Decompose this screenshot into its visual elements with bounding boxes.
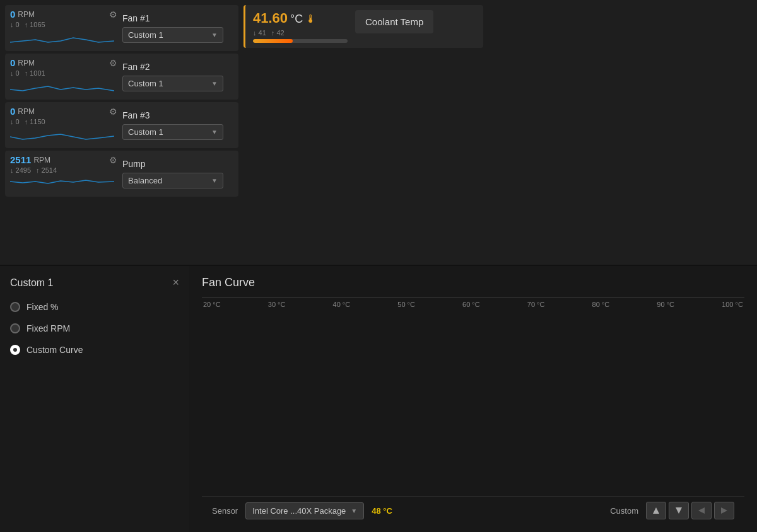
temp-chart-bar xyxy=(253,39,348,43)
fans-column: 0 RPM ⚙ ↓ 0 ↑ 1065 Fan #1 Custom 1 xyxy=(5,5,238,260)
sidebar-title-bar: Custom 1 × xyxy=(10,276,179,289)
fan2-chart xyxy=(10,77,114,96)
svg-marker-27 xyxy=(721,507,727,514)
sensor-label: Sensor xyxy=(212,506,238,516)
fan3-rpm-label: RPM xyxy=(18,107,35,116)
pump-minmax: ↓ 2495 ↑ 2514 xyxy=(10,166,117,174)
chart-area: Fan Curve xyxy=(189,266,757,532)
sidebar: Custom 1 × Fixed % Fixed RPM Custom Curv… xyxy=(0,266,189,532)
x-label-90: 90 °C xyxy=(657,301,674,308)
coolant-label: Coolant Temp xyxy=(355,10,433,33)
fan2-control: Fan #2 Custom 1 ▼ xyxy=(122,62,233,91)
fan3-rpm-section: 0 RPM ⚙ ↓ 0 ↑ 1150 xyxy=(10,106,117,144)
pump-card: 2511 RPM ⚙ ↓ 2495 ↑ 2514 Pump Balanced xyxy=(5,151,238,197)
x-label-70: 70 °C xyxy=(527,301,545,308)
pump-gear-icon[interactable]: ⚙ xyxy=(109,155,117,165)
fan3-dropdown[interactable]: Custom 1 ▼ xyxy=(122,124,223,140)
fan3-name: Fan #3 xyxy=(122,110,233,120)
fan3-min: ↓ 0 xyxy=(10,118,20,125)
radio-fixed-pct xyxy=(10,302,20,312)
fan2-name: Fan #2 xyxy=(122,62,233,72)
toolbar-btn-1[interactable] xyxy=(646,502,666,519)
fan1-name: Fan #1 xyxy=(122,13,233,23)
pump-chart xyxy=(10,174,114,193)
fan2-min: ↓ 0 xyxy=(10,69,20,77)
fan2-dropdown[interactable]: Custom 1 ▼ xyxy=(122,76,223,91)
fan3-chart xyxy=(10,125,114,144)
pump-profile: Balanced xyxy=(128,176,162,185)
pump-rpm-value: 2511 xyxy=(10,154,31,165)
fan2-rpm-section: 0 RPM ⚙ ↓ 0 ↑ 1001 xyxy=(10,57,117,96)
fan1-chart xyxy=(10,28,114,47)
pump-dropdown-arrow: ▼ xyxy=(211,177,218,184)
svg-marker-25 xyxy=(676,507,682,514)
chart-container[interactable] xyxy=(202,297,744,298)
pump-rpm-section: 2511 RPM ⚙ ↓ 2495 ↑ 2514 xyxy=(10,154,117,193)
temp-chart-fill xyxy=(253,39,293,43)
chart-x-labels: 20 °C 30 °C 40 °C 50 °C 60 °C 70 °C 80 °… xyxy=(202,301,744,308)
fan1-dropdown[interactable]: Custom 1 ▼ xyxy=(122,27,223,43)
temp-minmax: ↓ 41 ↑ 42 xyxy=(253,29,348,37)
radio-custom-curve xyxy=(10,345,20,355)
option-fixed-rpm-label: Fixed RPM xyxy=(26,323,70,333)
x-label-100: 100 °C xyxy=(722,301,743,308)
toolbar-btn-2[interactable] xyxy=(669,502,689,519)
fan1-min: ↓ 0 xyxy=(10,21,20,28)
fan1-control: Fan #1 Custom 1 ▼ xyxy=(122,13,233,43)
pump-min: ↓ 2495 xyxy=(10,166,31,174)
bottom-panel: Custom 1 × Fixed % Fixed RPM Custom Curv… xyxy=(0,265,757,532)
sensor-temp: 48 °C xyxy=(372,506,392,516)
sidebar-title-text: Custom 1 xyxy=(10,277,53,289)
svg-marker-26 xyxy=(698,507,705,514)
fan3-control: Fan #3 Custom 1 ▼ xyxy=(122,110,233,140)
custom-label: Custom xyxy=(610,506,638,516)
toolbar-buttons xyxy=(646,502,734,519)
fan2-profile: Custom 1 xyxy=(128,79,163,88)
fan2-rpm-value: 0 xyxy=(10,57,15,68)
option-custom-curve-label: Custom Curve xyxy=(26,345,83,355)
option-fixed-rpm[interactable]: Fixed RPM xyxy=(10,323,179,333)
fan3-minmax: ↓ 0 ↑ 1150 xyxy=(10,118,117,125)
fan2-max: ↑ 1001 xyxy=(25,69,45,77)
sensor-dropdown[interactable]: Intel Core ...40X Package ▼ xyxy=(245,502,364,519)
option-fixed-pct-label: Fixed % xyxy=(26,302,59,312)
toolbar-btn-4[interactable] xyxy=(714,502,734,519)
svg-marker-24 xyxy=(653,507,659,514)
fan1-max: ↑ 1065 xyxy=(25,21,45,28)
toolbar-btn-3[interactable] xyxy=(691,502,712,519)
fan1-card: 0 RPM ⚙ ↓ 0 ↑ 1065 Fan #1 Custom 1 xyxy=(5,5,238,51)
fan3-max: ↑ 1150 xyxy=(25,118,45,125)
fan1-rpm-label: RPM xyxy=(18,10,35,19)
close-button[interactable]: × xyxy=(172,276,179,289)
chart-title: Fan Curve xyxy=(202,276,744,289)
fan1-rpm-section: 0 RPM ⚙ ↓ 0 ↑ 1065 xyxy=(10,9,117,47)
option-fixed-pct[interactable]: Fixed % xyxy=(10,302,179,312)
x-label-30: 30 °C xyxy=(268,301,286,308)
fan2-card: 0 RPM ⚙ ↓ 0 ↑ 1001 Fan #2 Custom 1 xyxy=(5,54,238,100)
temp-value: 41.60 xyxy=(253,10,288,26)
temp-card: 41.60 °C 🌡 ↓ 41 ↑ 42 Coolant Temp xyxy=(244,5,483,48)
temp-section: 41.60 °C 🌡 ↓ 41 ↑ 42 Coolant Temp xyxy=(244,5,483,260)
x-label-80: 80 °C xyxy=(592,301,610,308)
fan3-card: 0 RPM ⚙ ↓ 0 ↑ 1150 Fan #3 Custom 1 xyxy=(5,102,238,148)
fan2-gear-icon[interactable]: ⚙ xyxy=(109,58,117,68)
sensor-name: Intel Core ...40X Package xyxy=(252,506,346,516)
temp-unit: °C xyxy=(290,13,303,26)
sensor-dropdown-arrow: ▼ xyxy=(351,507,357,514)
temp-main: 41.60 °C 🌡 ↓ 41 ↑ 42 xyxy=(253,10,348,43)
x-label-20: 20 °C xyxy=(203,301,221,308)
fan3-dropdown-arrow: ▼ xyxy=(211,129,218,136)
fan3-profile: Custom 1 xyxy=(128,127,163,137)
fan1-gear-icon[interactable]: ⚙ xyxy=(109,9,117,20)
chart-wrapper: 20 °C 30 °C 40 °C 50 °C 60 °C 70 °C 80 °… xyxy=(202,297,744,496)
fan1-profile: Custom 1 xyxy=(128,30,163,40)
pump-dropdown[interactable]: Balanced ▼ xyxy=(122,173,223,188)
x-label-50: 50 °C xyxy=(397,301,415,308)
x-label-60: 60 °C xyxy=(462,301,480,308)
fan1-dropdown-arrow: ▼ xyxy=(211,32,218,38)
fan3-gear-icon[interactable]: ⚙ xyxy=(109,107,117,117)
thermometer-icon: 🌡 xyxy=(305,13,317,26)
temp-label-block: Coolant Temp xyxy=(355,10,433,33)
fan1-rpm-value: 0 xyxy=(10,9,15,20)
option-custom-curve[interactable]: Custom Curve xyxy=(10,345,179,355)
